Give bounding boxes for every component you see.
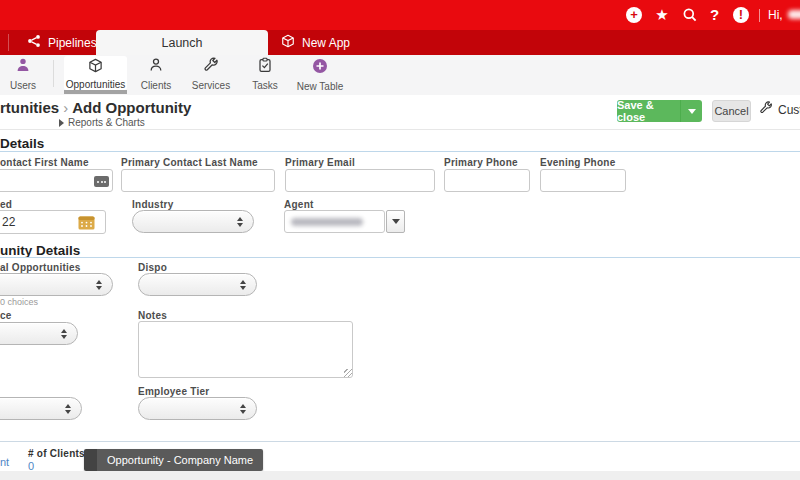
active-object-underline — [64, 90, 127, 94]
reports-charts-toggle[interactable]: Reports & Charts — [59, 117, 145, 128]
partial-link[interactable]: nt — [0, 456, 9, 468]
save-close-button[interactable]: Save & close — [617, 100, 702, 122]
unlabeled-select[interactable] — [0, 397, 82, 420]
user-greeting[interactable]: Hi, — [768, 8, 783, 22]
app-window: + ★ ? ! Hi, Pipelines Launch New App — [0, 0, 800, 480]
drag-tooltip-label: Opportunity - Company Name — [97, 449, 263, 471]
reports-charts-label: Reports & Charts — [68, 117, 145, 128]
triangle-right-icon — [59, 119, 64, 127]
evening-phone-input[interactable] — [540, 169, 626, 192]
pipelines-icon — [27, 34, 41, 51]
toolbar-divider — [53, 60, 54, 87]
select-stepper-icon — [61, 329, 68, 339]
opportunity-details-section-title: unity Details — [0, 243, 80, 258]
toolbar-tasks-label: Tasks — [252, 80, 278, 91]
toolbar-item-opportunities[interactable]: Opportunities — [64, 56, 127, 90]
source-select[interactable] — [0, 322, 78, 345]
save-options-caret[interactable] — [680, 100, 702, 122]
topbar-divider — [759, 9, 760, 22]
last-name-input[interactable] — [121, 169, 275, 192]
select-stepper-icon — [240, 404, 247, 414]
object-toolbar: Users Opportunities Clients Services — [0, 55, 800, 95]
toolbar-opportunities-label: Opportunities — [66, 79, 125, 90]
page-title: Add Opportunity — [72, 99, 191, 116]
select-stepper-icon — [96, 280, 103, 290]
header-divider — [0, 129, 800, 130]
email-input[interactable] — [285, 169, 435, 192]
breadcrumb: rtunities›Add Opportunity — [0, 99, 191, 116]
date-input[interactable]: 22 — [0, 210, 106, 234]
breadcrumb-parent-link[interactable]: rtunities — [0, 99, 59, 116]
choices-hint: 0 choices — [0, 297, 38, 307]
employee-tier-label: Employee Tier — [138, 386, 209, 397]
select-stepper-icon — [237, 217, 244, 227]
contact-details-section-title: Details — [0, 136, 44, 151]
section-divider — [0, 257, 800, 258]
employee-tier-select[interactable] — [138, 397, 257, 420]
additional-opportunities-select[interactable] — [0, 273, 113, 296]
users-icon — [15, 57, 31, 77]
opportunities-icon — [88, 58, 103, 77]
toolbar-item-new-table[interactable]: New Table — [290, 58, 350, 92]
tab-pipelines[interactable]: Pipelines — [27, 30, 97, 55]
bottom-strip — [0, 471, 800, 480]
caret-down-icon — [392, 219, 400, 224]
resize-grip-icon[interactable] — [344, 369, 352, 377]
clients-icon — [148, 57, 164, 77]
toolbar-item-clients[interactable]: Clients — [130, 57, 182, 91]
star-icon[interactable]: ★ — [654, 7, 670, 23]
notes-label: Notes — [138, 310, 167, 321]
primary-phone-input[interactable] — [444, 169, 530, 192]
toolbar-item-tasks[interactable]: Tasks — [240, 57, 290, 91]
toolbar-users-label: Users — [10, 80, 36, 91]
notes-textarea[interactable] — [138, 321, 353, 378]
last-name-label: Primary Contact Last Name — [121, 157, 258, 168]
cancel-button[interactable]: Cancel — [712, 100, 751, 122]
help-icon[interactable]: ? — [710, 4, 726, 20]
new-app-icon — [281, 34, 295, 51]
calendar-icon[interactable] — [78, 215, 95, 234]
section-divider — [0, 151, 800, 152]
tab-launch-label: Launch — [161, 36, 202, 50]
agent-label: Agent — [284, 199, 314, 210]
main-tabbar: Pipelines Launch New App — [0, 30, 800, 55]
caret-down-icon — [688, 109, 696, 114]
additional-opportunities-label: al Opportunities — [0, 262, 81, 273]
alert-icon[interactable]: ! — [733, 7, 749, 23]
tab-pipelines-label: Pipelines — [48, 36, 97, 50]
user-name-redacted — [788, 10, 800, 19]
tabbar-edge-divider — [8, 34, 9, 51]
select-stepper-icon — [65, 404, 72, 414]
industry-label: Industry — [132, 199, 173, 210]
customize-icon — [759, 101, 773, 118]
email-label: Primary Email — [285, 157, 355, 168]
industry-select[interactable] — [132, 210, 254, 233]
toolbar-services-label: Services — [192, 80, 230, 91]
tab-new-app-label: New App — [302, 36, 350, 50]
save-close-label[interactable]: Save & close — [617, 100, 680, 122]
first-name-label: ontact First Name — [0, 157, 89, 168]
cancel-label: Cancel — [714, 105, 748, 117]
dispo-label: Dispo — [138, 262, 167, 273]
search-icon[interactable] — [682, 7, 698, 23]
evening-phone-label: Evening Phone — [540, 157, 615, 168]
tasks-icon — [257, 57, 273, 77]
tooltip-handle — [84, 449, 97, 471]
add-icon[interactable]: + — [626, 7, 642, 23]
tab-new-app[interactable]: New App — [281, 30, 350, 55]
dispo-select[interactable] — [138, 273, 257, 296]
agent-name-redacted — [291, 218, 363, 226]
toolbar-item-users[interactable]: Users — [2, 57, 44, 91]
clients-count-label: # of Clients — [28, 448, 85, 459]
agent-combobox-input[interactable] — [284, 210, 385, 233]
agent-dropdown-button[interactable] — [386, 210, 405, 233]
autofill-icon[interactable] — [94, 176, 109, 187]
footer-divider — [0, 441, 800, 442]
tab-launch[interactable]: Launch — [96, 30, 268, 55]
customize-label: Custo — [778, 103, 800, 117]
primary-phone-label: Primary Phone — [444, 157, 518, 168]
toolbar-item-services[interactable]: Services — [182, 57, 240, 91]
toolbar-clients-label: Clients — [141, 80, 172, 91]
customize-page-button[interactable]: Custo — [759, 101, 800, 118]
drag-tooltip: Opportunity - Company Name — [84, 449, 263, 471]
